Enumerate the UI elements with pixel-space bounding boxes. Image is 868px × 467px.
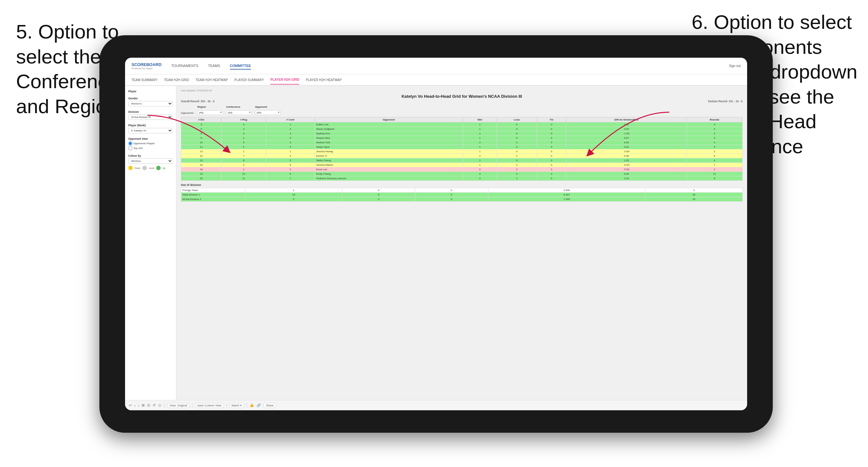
- grid-title: Katelyn Vo Head-to-Head Grid for Women's…: [181, 94, 743, 99]
- overall-record: Overall Record: 353 - 34 - 6: [181, 100, 215, 103]
- col-tie: Tie: [537, 117, 566, 122]
- undo-icon[interactable]: ↩: [129, 403, 132, 407]
- refresh-icon[interactable]: ↺: [153, 403, 156, 407]
- legend-level-label: Level: [149, 167, 154, 169]
- sidebar-player-section: Player: [128, 90, 173, 93]
- forward-icon[interactable]: ›: [138, 404, 140, 407]
- legend-down-label: Down: [135, 167, 141, 169]
- division-record: Division Record: 331 - 34 - 6: [708, 100, 743, 103]
- bottom-toolbar: ↩ ‹ › ⊞ ⊡ ↺ ⏲ View: Original Save Custom…: [125, 400, 747, 410]
- opponent-filter-group: Opponent (All): [255, 105, 281, 115]
- col-rounds: Rounds: [686, 117, 742, 122]
- col-loss: Loss: [497, 117, 537, 122]
- watch-btn[interactable]: Watch ▾: [229, 403, 244, 408]
- arrow-right: [566, 102, 679, 167]
- sub-nav: TEAM SUMMARY TEAM H2H GRID TEAM H2H HEAT…: [125, 74, 747, 86]
- table-row: 19 10 6 Emily Chang 4 0 0 0.30 11: [181, 172, 743, 176]
- col-conf: # Conf: [266, 117, 315, 122]
- out-table-row: Foreign Team 1 0 0 4.500 2: [181, 188, 743, 193]
- save-custom-view-btn[interactable]: Save Custom View: [195, 403, 224, 408]
- opponent-select[interactable]: (All): [255, 110, 281, 115]
- out-of-division-title: Out of division: [181, 183, 743, 187]
- share-btn[interactable]: Share: [264, 403, 276, 408]
- color-dot-level: [143, 166, 147, 170]
- toolbar-sep-2: [192, 403, 192, 408]
- view-original-btn[interactable]: View: Original: [167, 403, 189, 408]
- table-row: 18 2 2 Euna Lee 0 2 0 -5.00 2: [181, 167, 743, 172]
- subnav-player-h2h-heatmap[interactable]: PLAYER H2H HEATMAP: [306, 75, 341, 84]
- table-row: 20 11 7 Federica Domecq Lacroze 2 1 0 1.…: [181, 176, 743, 181]
- tablet-frame: SCOREBOARD Powered by clippd TOURNAMENTS…: [99, 35, 773, 433]
- legend-up-label: Up: [162, 167, 165, 169]
- col-opponent: Opponent: [315, 117, 463, 122]
- subnav-team-h2h-heatmap[interactable]: TEAM H2H HEATMAP: [195, 75, 228, 84]
- subnav-team-summary[interactable]: TEAM SUMMARY: [131, 75, 158, 84]
- out-table-row: NCAA Division 2 5 0 0 7.400 10: [181, 197, 743, 201]
- back-icon[interactable]: ‹: [134, 404, 136, 407]
- col-win: Win: [463, 117, 497, 122]
- nav-committee[interactable]: COMMITTEE: [230, 62, 251, 69]
- app-header: SCOREBOARD Powered by clippd TOURNAMENTS…: [125, 58, 747, 74]
- out-of-division-table: Foreign Team 1 0 0 4.500 2 NAIA Division…: [181, 188, 743, 201]
- arrow-left: [138, 106, 241, 163]
- main-nav: TOURNAMENTS TEAMS COMMITTEE: [171, 62, 729, 69]
- sidebar-gender-section: Gender Women's: [128, 97, 173, 106]
- grid-icon[interactable]: ⊞: [142, 403, 145, 407]
- updated-text: Last Updated: 27/03/2024 04: [181, 89, 743, 92]
- clock-icon[interactable]: ⏲: [158, 404, 162, 407]
- player-label: Player: [128, 90, 173, 93]
- nav-teams[interactable]: TEAMS: [208, 62, 220, 69]
- toolbar-sep-3: [226, 403, 227, 408]
- subnav-player-summary[interactable]: PLAYER SUMMARY: [235, 75, 264, 84]
- color-dot-up: [156, 166, 161, 170]
- subnav-player-h2h-grid[interactable]: PLAYER H2H GRID: [270, 75, 299, 85]
- logo: SCOREBOARD Powered by clippd: [131, 62, 162, 70]
- color-legend: Down Level Up: [128, 166, 173, 170]
- nav-tournaments[interactable]: TOURNAMENTS: [171, 62, 198, 69]
- subnav-team-h2h-grid[interactable]: TEAM H2H GRID: [164, 75, 189, 84]
- gender-label: Gender: [128, 97, 173, 100]
- thumb-up-icon[interactable]: 👍: [249, 403, 254, 407]
- color-dot-down: [128, 166, 133, 170]
- toolbar-sep-1: [164, 403, 164, 408]
- opponent-filter-label: Opponent: [255, 105, 281, 108]
- frame-icon[interactable]: ⊡: [147, 403, 150, 407]
- out-table-row: NAIA Division 1 15 0 0 9.267 30: [181, 193, 743, 197]
- share-link-icon[interactable]: 🔗: [256, 403, 261, 407]
- toolbar-sep-4: [247, 403, 247, 408]
- sign-out[interactable]: Sign out: [729, 64, 741, 68]
